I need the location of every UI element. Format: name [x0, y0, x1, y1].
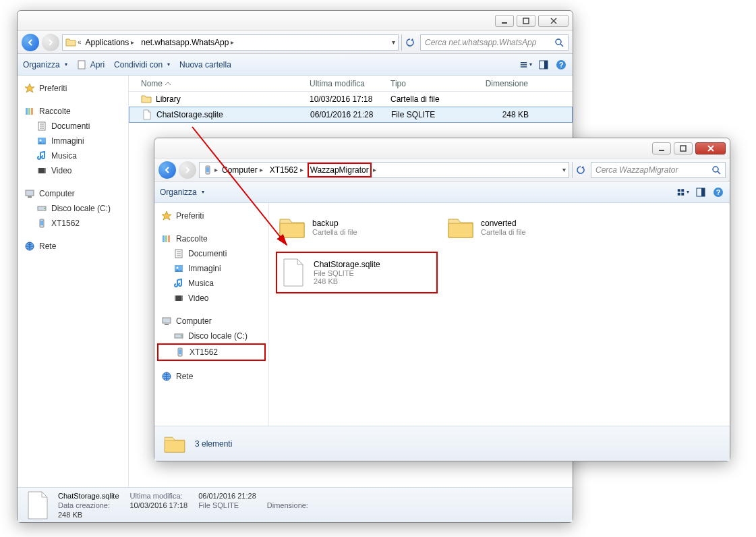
sidebar-item-local-disk[interactable]: Disco locale (C:) — [157, 329, 266, 343]
sidebar-network[interactable]: Rete — [157, 369, 266, 384]
device-icon — [202, 165, 213, 175]
toolbar: Organizza ? — [154, 181, 730, 203]
sidebar-favorites[interactable]: Preferiti — [20, 81, 125, 96]
sidebar-item-images[interactable]: Immagini — [20, 134, 125, 148]
file-row[interactable]: ChatStorage.sqlite 06/01/2016 21:28 File… — [129, 107, 573, 123]
chevron-right-icon: ▸ — [214, 166, 218, 173]
dropdown-icon[interactable]: ▾ — [392, 38, 395, 46]
sidebar-computer[interactable]: Computer — [20, 186, 125, 201]
sidebar: Preferiti Raccolte Documenti Immagini Mu… — [154, 203, 269, 426]
tile-type: Cartella di file — [312, 228, 357, 236]
address-bar: ▸ Computer▸ XT1562▸ WazzapMigrator ▸ ▾ C… — [154, 159, 730, 181]
preview-pane-button[interactable] — [537, 59, 550, 71]
file-modified: 06/01/2016 21:28 — [305, 110, 386, 119]
chevron-right-icon: « — [78, 38, 82, 46]
sidebar-item-images[interactable]: Immagini — [157, 261, 266, 276]
folder-icon — [65, 37, 76, 48]
sidebar-label: Raccolte — [176, 234, 208, 244]
status-value: 248 KB — [58, 511, 119, 519]
organize-button[interactable]: Organizza — [160, 188, 204, 197]
sidebar-label: Documenti — [51, 121, 90, 131]
file-tile[interactable]: ChatStorage.sqliteFile SQLITE248 KB — [276, 252, 438, 293]
search-icon — [554, 38, 564, 47]
minimize-button[interactable] — [652, 142, 671, 154]
tile-size: 248 KB — [314, 277, 380, 285]
breadcrumb-segment[interactable]: net.whatsapp.WhatsApp▸ — [138, 35, 237, 50]
svg-point-16 — [40, 140, 42, 142]
search-icon — [711, 165, 721, 175]
sidebar-item-documents[interactable]: Documenti — [20, 119, 125, 134]
preview-pane-button[interactable] — [695, 186, 707, 198]
status-value: 10/03/2016 17:18 — [130, 501, 188, 509]
maximize-button[interactable] — [674, 142, 693, 154]
open-button[interactable]: Apri — [77, 59, 105, 70]
close-button[interactable] — [538, 15, 569, 27]
sidebar-item-video[interactable]: Video — [157, 291, 266, 306]
svg-rect-41 — [165, 235, 167, 242]
view-mode-button[interactable] — [677, 186, 689, 198]
svg-rect-3 — [78, 61, 85, 69]
breadcrumbs[interactable]: « Applications▸ net.whatsapp.WhatsApp▸ ▾ — [62, 34, 399, 51]
back-button[interactable] — [22, 34, 39, 51]
breadcrumb-segment[interactable]: Applications▸ — [83, 35, 138, 50]
svg-rect-4 — [521, 62, 527, 63]
minimize-button[interactable] — [495, 15, 514, 27]
sidebar-item-music[interactable]: Musica — [20, 148, 125, 163]
col-modified: Ultima modifica — [304, 79, 385, 88]
svg-point-23 — [44, 208, 45, 209]
sidebar-label: Documenti — [188, 249, 227, 258]
sidebar-computer[interactable]: Computer — [157, 314, 266, 329]
svg-rect-27 — [659, 150, 664, 151]
sidebar-label: Computer — [176, 316, 212, 326]
refresh-button[interactable] — [401, 34, 417, 51]
tile-type: Cartella di file — [481, 228, 526, 236]
sidebar-item-documents[interactable]: Documenti — [157, 246, 266, 261]
status-label: Data creazione: — [58, 501, 119, 509]
breadcrumb-segment[interactable]: WazzapMigrator — [308, 163, 372, 177]
tile-name: backup — [312, 219, 357, 228]
sidebar-favorites[interactable]: Preferiti — [157, 208, 266, 223]
view-mode-button[interactable] — [520, 59, 532, 71]
refresh-button[interactable] — [572, 162, 588, 178]
new-folder-button[interactable]: Nuova cartella — [179, 60, 231, 69]
maximize-button[interactable] — [517, 15, 535, 27]
search-input[interactable]: Cerca net.whatsapp.WhatsApp — [420, 34, 569, 51]
svg-rect-21 — [28, 196, 32, 198]
sidebar-item-xt1562[interactable]: XT1562 — [157, 343, 266, 361]
help-button[interactable]: ? — [712, 186, 724, 198]
sidebar-item-xt1562[interactable]: XT1562 — [20, 216, 125, 231]
file-tile[interactable]: backupCartella di file — [276, 210, 438, 245]
file-tile[interactable]: convertedCartella di file — [444, 210, 606, 245]
breadcrumb-segment[interactable]: XT1562▸ — [267, 163, 306, 177]
file-type: Cartella di file — [385, 94, 466, 104]
file-row[interactable]: Library 10/03/2016 17:18 Cartella di fil… — [129, 92, 573, 107]
svg-rect-49 — [163, 318, 171, 323]
svg-rect-40 — [163, 235, 165, 242]
organize-button[interactable]: Organizza — [23, 60, 67, 69]
share-button[interactable]: Condividi con — [114, 60, 170, 69]
sidebar-item-video[interactable]: Video — [20, 163, 125, 178]
dropdown-icon[interactable]: ▾ — [562, 166, 566, 173]
breadcrumb-segment[interactable]: Computer▸ — [219, 163, 266, 177]
sidebar-label: XT1562 — [190, 347, 218, 357]
sidebar-label: Preferiti — [176, 211, 204, 221]
forward-button[interactable] — [42, 34, 59, 51]
forward-button[interactable] — [179, 161, 196, 179]
back-button[interactable] — [158, 161, 176, 179]
sidebar-libraries[interactable]: Raccolte — [20, 104, 125, 119]
sidebar-libraries[interactable]: Raccolte — [157, 231, 266, 246]
svg-point-31 — [713, 167, 718, 172]
breadcrumbs[interactable]: ▸ Computer▸ XT1562▸ WazzapMigrator ▸ ▾ — [199, 162, 569, 178]
sidebar-item-music[interactable]: Musica — [157, 276, 266, 291]
close-button[interactable] — [695, 142, 726, 154]
sidebar-network[interactable]: Rete — [20, 239, 125, 254]
column-headers[interactable]: Nome Ultima modifica Tipo Dimensione — [129, 76, 573, 92]
help-button[interactable]: ? — [555, 59, 567, 71]
svg-rect-0 — [502, 22, 507, 24]
svg-rect-37 — [701, 188, 705, 196]
sidebar-item-local-disk[interactable]: Disco locale (C:) — [20, 201, 125, 216]
sidebar-label: Musica — [188, 279, 214, 288]
svg-rect-50 — [165, 324, 169, 325]
search-input[interactable]: Cerca WazzapMigrator — [591, 162, 726, 178]
breadcrumb-label: WazzapMigrator — [310, 165, 369, 175]
